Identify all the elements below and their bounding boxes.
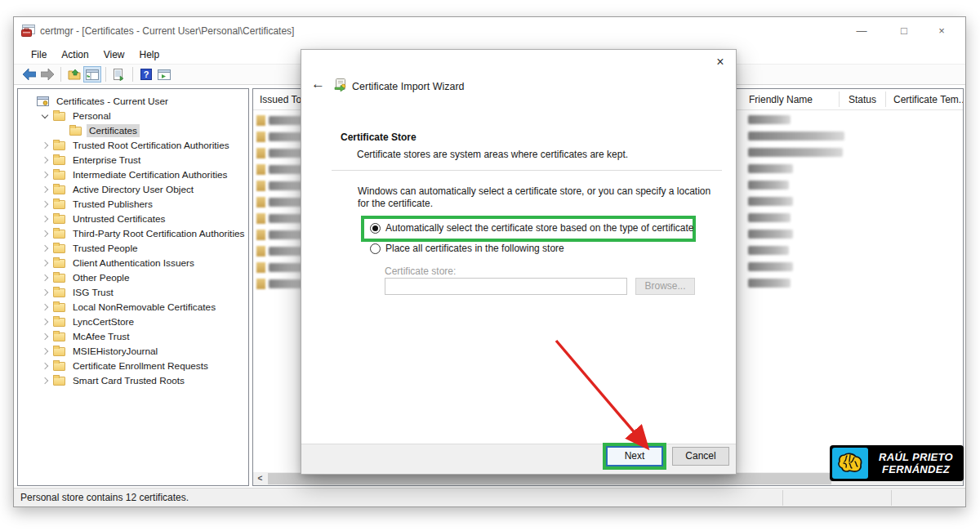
certificate-row-redacted[interactable] <box>256 164 306 175</box>
certificate-row-redacted[interactable] <box>256 148 306 158</box>
folder-icon <box>53 259 65 268</box>
tree-item-active-directory-user-object[interactable]: Active Directory User Object <box>18 182 248 197</box>
tree-item-personal[interactable]: Personal <box>18 109 248 123</box>
chevron-right-icon[interactable] <box>42 216 48 222</box>
minimize-button[interactable]: — <box>843 17 880 44</box>
chevron-right-icon[interactable] <box>42 172 48 178</box>
certificate-icon <box>256 148 265 158</box>
column-separator[interactable] <box>839 91 840 107</box>
certificates-root-icon <box>37 96 49 107</box>
friendly-name-redacted <box>748 279 791 288</box>
tree-item-msiehistoryjournal[interactable]: MSIEHistoryJournal <box>18 344 248 359</box>
up-one-level-folder-icon[interactable] <box>65 66 83 83</box>
tree-item-untrusted-certificates[interactable]: Untrusted Certificates <box>18 212 248 226</box>
chevron-right-icon[interactable] <box>42 157 48 163</box>
cancel-button[interactable]: Cancel <box>672 447 729 466</box>
certificate-store-input[interactable] <box>385 278 627 295</box>
title-bar: certmgr - [Certificates - Current User\P… <box>14 17 965 45</box>
menu-action[interactable]: Action <box>54 47 96 63</box>
column-status[interactable]: Status <box>849 94 876 105</box>
tree-item-label: Third-Party Root Certification Authoriti… <box>70 227 247 240</box>
certificate-row-redacted[interactable] <box>256 230 306 240</box>
certificate-icon <box>256 262 265 273</box>
chevron-right-icon[interactable] <box>42 333 48 340</box>
folder-icon <box>53 303 65 312</box>
chevron-right-icon[interactable] <box>42 304 48 310</box>
chevron-right-icon[interactable] <box>42 289 48 296</box>
tree-item-smart-card-trusted-roots[interactable]: Smart Card Trusted Roots <box>18 373 248 388</box>
tree-item-lynccertstore[interactable]: LyncCertStore <box>18 315 248 329</box>
radio-place-all[interactable]: Place all certificates in the following … <box>370 243 564 254</box>
certificate-row-redacted[interactable] <box>256 115 306 126</box>
menu-view[interactable]: View <box>96 47 132 63</box>
wizard-close-icon[interactable]: × <box>708 51 733 73</box>
certificate-row-redacted[interactable] <box>256 262 306 273</box>
help-icon[interactable]: ? <box>137 66 155 83</box>
certificate-store-label: Certificate store: <box>385 266 456 277</box>
tree-item-intermediate-certification-authorities[interactable]: Intermediate Certification Authorities <box>18 167 248 182</box>
menu-help[interactable]: Help <box>132 47 167 63</box>
tree-item-label: Untrusted Certificates <box>70 212 167 225</box>
chevron-right-icon[interactable] <box>42 142 48 149</box>
chevron-right-icon[interactable] <box>42 260 48 266</box>
watermark-logo: RAÚL PRIETO FERNÁNDEZ <box>830 445 964 481</box>
tree-item-certificates-current-user[interactable]: Certificates - Current User <box>18 94 248 109</box>
certificate-row-redacted[interactable] <box>256 213 306 224</box>
chevron-right-icon[interactable] <box>42 274 48 281</box>
certificate-row-redacted[interactable] <box>256 279 306 289</box>
certificate-row-redacted[interactable] <box>256 246 306 257</box>
tree-item-label: Intermediate Certification Authorities <box>70 168 230 181</box>
menu-file[interactable]: File <box>24 47 54 63</box>
maximize-button[interactable]: □ <box>885 17 923 44</box>
next-button[interactable]: Next <box>606 446 663 466</box>
column-certificate-template[interactable]: Certificate Tem... <box>893 94 964 105</box>
tree-item-isg-trust[interactable]: ISG Trust <box>18 285 248 300</box>
friendly-name-redacted <box>748 148 843 157</box>
column-friendly-name[interactable]: Friendly Name <box>749 94 813 105</box>
column-separator[interactable] <box>885 91 886 107</box>
tree-item-local-nonremovable-certificates[interactable]: Local NonRemovable Certificates <box>18 300 248 315</box>
tree-item-trusted-root-certification-authorities[interactable]: Trusted Root Certification Authorities <box>18 138 248 153</box>
certificate-row-redacted[interactable] <box>256 132 306 142</box>
chevron-right-icon[interactable] <box>42 201 48 207</box>
tree-item-label: MSIEHistoryJournal <box>70 345 160 358</box>
scroll-left-arrow-icon[interactable]: < <box>253 472 267 485</box>
tree-item-trusted-people[interactable]: Trusted People <box>18 241 248 256</box>
tree-item-enterprise-trust[interactable]: Enterprise Trust <box>18 153 248 167</box>
friendly-name-redacted <box>748 115 791 124</box>
show-console-tree-icon[interactable] <box>83 66 101 83</box>
tree-item-label: McAfee Trust <box>70 330 132 343</box>
chevron-right-icon[interactable] <box>42 363 48 369</box>
certificate-row-redacted[interactable] <box>256 197 306 207</box>
radio-auto-select[interactable]: Automatically select the certificate sto… <box>370 222 694 234</box>
chevron-right-icon[interactable] <box>42 348 48 355</box>
close-button[interactable]: × <box>923 17 960 44</box>
radio-unselected-icon[interactable] <box>370 243 381 254</box>
chevron-right-icon[interactable] <box>42 186 48 193</box>
tree-item-client-authentication-issuers[interactable]: Client Authentication Issuers <box>18 256 248 270</box>
tree-item-certificates[interactable]: Certificates <box>18 123 248 138</box>
tree-item-label: Other People <box>70 271 132 284</box>
wizard-back-icon[interactable]: ← <box>311 76 325 92</box>
tree-item-mcafee-trust[interactable]: McAfee Trust <box>18 329 248 344</box>
tree-item-certificate-enrollment-requests[interactable]: Certificate Enrollment Requests <box>18 359 248 373</box>
tree-item-third-party-root-certification-authorities[interactable]: Third-Party Root Certification Authoriti… <box>18 226 248 241</box>
friendly-name-redacted <box>748 213 791 222</box>
tree-item-label: Certificate Enrollment Requests <box>70 359 211 373</box>
chevron-right-icon[interactable] <box>42 319 48 325</box>
chevron-right-icon[interactable] <box>42 377 48 384</box>
browse-button[interactable]: Browse... <box>635 278 695 295</box>
certificate-row-redacted[interactable] <box>256 181 306 191</box>
forward-arrow-icon[interactable] <box>38 66 56 83</box>
chevron-right-icon[interactable] <box>42 245 48 252</box>
chevron-right-icon[interactable] <box>42 230 48 237</box>
export-list-icon[interactable] <box>110 66 128 83</box>
tree-item-other-people[interactable]: Other People <box>18 270 248 285</box>
chevron-down-icon[interactable] <box>42 111 48 118</box>
column-issued-to[interactable]: Issued To <box>260 94 301 105</box>
help-topics-icon[interactable] <box>155 66 173 83</box>
radio-selected-icon[interactable] <box>370 223 381 234</box>
scrollbar-thumb[interactable] <box>268 473 831 484</box>
tree-item-trusted-publishers[interactable]: Trusted Publishers <box>18 197 248 212</box>
back-arrow-icon[interactable] <box>20 66 38 83</box>
